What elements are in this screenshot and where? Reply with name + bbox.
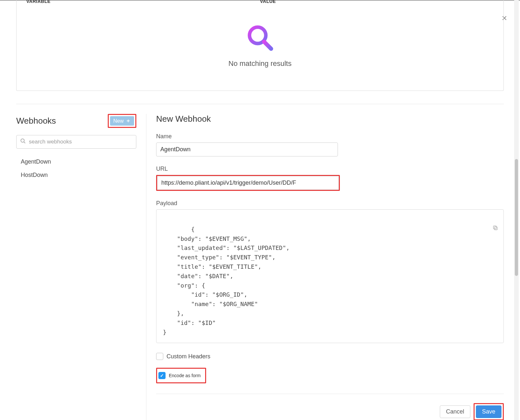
url-input[interactable] <box>157 176 339 190</box>
new-button-highlight: New ＋ <box>108 114 136 128</box>
webhooks-title: Webhooks <box>16 116 56 126</box>
new-button-label: New <box>113 118 124 124</box>
encode-checkbox-highlight: ✓ Encode as form <box>156 368 206 383</box>
variables-empty-panel: VARIABLE VALUE No matching results <box>16 0 504 91</box>
search-webhooks-input[interactable] <box>16 135 136 149</box>
webhook-list-item[interactable]: HostDown <box>16 168 136 182</box>
webhook-list-item[interactable]: AgentDown <box>16 155 136 168</box>
svg-point-2 <box>21 139 24 142</box>
svg-line-1 <box>264 42 271 49</box>
no-results-text: No matching results <box>229 59 291 68</box>
new-webhook-button[interactable]: New ＋ <box>110 116 134 126</box>
encode-as-form-label: Encode as form <box>169 373 201 378</box>
copy-icon[interactable] <box>457 215 498 243</box>
search-illustration-icon <box>245 23 275 52</box>
payload-content: { "body": "$EVENT_MSG", "last_updated": … <box>163 226 290 336</box>
url-input-highlight <box>156 175 340 191</box>
save-button[interactable]: Save <box>476 405 501 418</box>
payload-label: Payload <box>156 200 504 207</box>
svg-rect-5 <box>493 226 496 229</box>
plus-icon: ＋ <box>126 117 131 124</box>
name-label: Name <box>156 133 504 140</box>
save-button-highlight: Save <box>474 403 504 420</box>
encode-as-form-checkbox[interactable]: ✓ <box>158 372 166 379</box>
col-header-value: VALUE <box>260 0 494 4</box>
variables-table-header: VARIABLE VALUE <box>17 0 503 4</box>
payload-textarea[interactable]: { "body": "$EVENT_MSG", "last_updated": … <box>156 209 504 343</box>
section-divider <box>16 104 504 104</box>
custom-headers-checkbox[interactable] <box>156 353 163 360</box>
cancel-button[interactable]: Cancel <box>440 405 470 418</box>
url-label: URL <box>156 166 504 172</box>
svg-rect-4 <box>494 227 497 230</box>
col-header-variable: VARIABLE <box>26 0 260 4</box>
custom-headers-label: Custom Headers <box>167 353 210 360</box>
form-title: New Webhook <box>156 114 504 124</box>
search-icon <box>20 138 26 146</box>
name-input[interactable] <box>156 142 338 156</box>
svg-line-3 <box>24 142 25 143</box>
